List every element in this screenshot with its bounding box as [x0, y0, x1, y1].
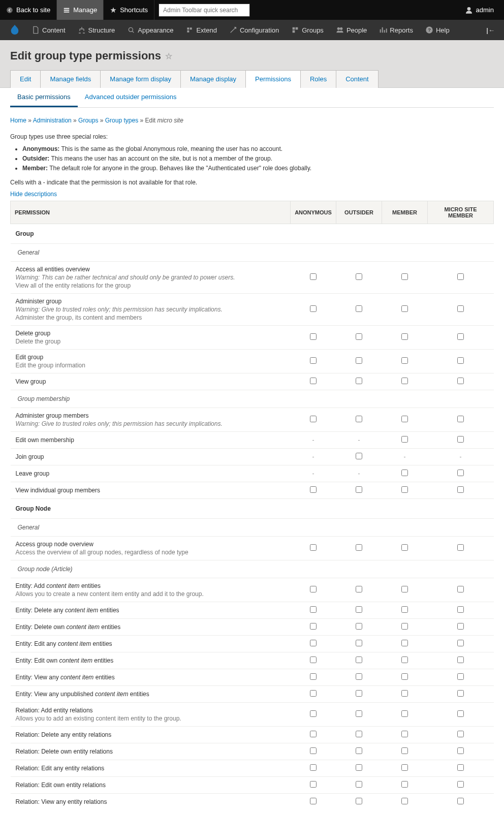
permission-checkbox[interactable]: [310, 333, 317, 340]
permission-checkbox[interactable]: [401, 747, 408, 754]
permission-checkbox[interactable]: [457, 486, 464, 493]
permission-checkbox[interactable]: [310, 747, 317, 754]
permission-checkbox[interactable]: [457, 378, 464, 384]
permission-checkbox[interactable]: [310, 486, 317, 493]
permission-checkbox[interactable]: [356, 486, 362, 493]
home-link[interactable]: [4, 24, 25, 37]
permission-checkbox[interactable]: [457, 305, 464, 312]
tab-manage-fields[interactable]: Manage fields: [40, 70, 101, 88]
permission-checkbox[interactable]: [457, 781, 464, 788]
permission-checkbox[interactable]: [401, 333, 408, 340]
permission-checkbox[interactable]: [401, 656, 408, 663]
permission-checkbox[interactable]: [401, 798, 408, 804]
permission-checkbox[interactable]: [457, 273, 464, 280]
permission-checkbox[interactable]: [310, 731, 317, 737]
manage-button[interactable]: Manage: [57, 0, 104, 20]
permission-checkbox[interactable]: [310, 690, 317, 697]
permission-checkbox[interactable]: [356, 544, 362, 551]
permission-checkbox[interactable]: [457, 470, 464, 476]
permission-checkbox[interactable]: [356, 747, 362, 754]
permission-checkbox[interactable]: [356, 378, 362, 384]
permission-checkbox[interactable]: [401, 586, 408, 592]
permission-checkbox[interactable]: [401, 690, 408, 697]
admin-menu-people[interactable]: People: [330, 20, 373, 40]
tab-content[interactable]: Content: [336, 70, 379, 88]
collapse-tray-icon[interactable]: |←: [486, 26, 500, 34]
breadcrumb-link[interactable]: Groups: [78, 117, 98, 124]
permission-checkbox[interactable]: [457, 586, 464, 592]
permission-checkbox[interactable]: [310, 378, 317, 384]
permission-checkbox[interactable]: [457, 640, 464, 646]
user-menu[interactable]: admin: [465, 6, 504, 14]
permission-checkbox[interactable]: [310, 798, 317, 804]
permission-checkbox[interactable]: [310, 781, 317, 788]
permission-checkbox[interactable]: [401, 416, 408, 422]
hide-descriptions-link[interactable]: Hide descriptions: [10, 191, 57, 198]
permission-checkbox[interactable]: [401, 640, 408, 646]
permission-checkbox[interactable]: [457, 798, 464, 804]
permission-checkbox[interactable]: [401, 731, 408, 737]
subtab-advanced-outsider-permissions[interactable]: Advanced outsider permissions: [78, 88, 184, 107]
permission-checkbox[interactable]: [356, 453, 362, 459]
permission-checkbox[interactable]: [401, 606, 408, 613]
breadcrumb-link[interactable]: Administration: [33, 117, 72, 124]
permission-checkbox[interactable]: [310, 416, 317, 422]
permission-checkbox[interactable]: [457, 544, 464, 551]
permission-checkbox[interactable]: [457, 710, 464, 717]
permission-checkbox[interactable]: [401, 544, 408, 551]
permission-checkbox[interactable]: [356, 690, 362, 697]
shortcuts-button[interactable]: Shortcuts: [104, 0, 154, 20]
permission-checkbox[interactable]: [310, 305, 317, 312]
permission-checkbox[interactable]: [310, 623, 317, 630]
permission-checkbox[interactable]: [356, 606, 362, 613]
permission-checkbox[interactable]: [310, 357, 317, 364]
permission-checkbox[interactable]: [310, 606, 317, 613]
admin-menu-structure[interactable]: Structure: [72, 20, 121, 40]
permission-checkbox[interactable]: [401, 764, 408, 771]
permission-checkbox[interactable]: [401, 673, 408, 680]
permission-checkbox[interactable]: [356, 416, 362, 422]
permission-checkbox[interactable]: [356, 731, 362, 737]
admin-menu-appearance[interactable]: Appearance: [121, 20, 179, 40]
admin-menu-configuration[interactable]: Configuration: [223, 20, 285, 40]
back-to-site-button[interactable]: Back to site: [0, 0, 57, 20]
permission-checkbox[interactable]: [356, 586, 362, 592]
admin-menu-groups[interactable]: Groups: [285, 20, 330, 40]
tab-permissions[interactable]: Permissions: [245, 70, 301, 88]
admin-menu-reports[interactable]: Reports: [373, 20, 419, 40]
breadcrumb-link[interactable]: Home: [10, 117, 26, 124]
permission-checkbox[interactable]: [457, 690, 464, 697]
permission-checkbox[interactable]: [356, 798, 362, 804]
permission-checkbox[interactable]: [310, 586, 317, 592]
permission-checkbox[interactable]: [401, 486, 408, 493]
permission-checkbox[interactable]: [310, 640, 317, 646]
permission-checkbox[interactable]: [356, 623, 362, 630]
permission-checkbox[interactable]: [401, 470, 408, 476]
permission-checkbox[interactable]: [356, 656, 362, 663]
permission-checkbox[interactable]: [356, 273, 362, 280]
permission-checkbox[interactable]: [457, 673, 464, 680]
permission-checkbox[interactable]: [356, 333, 362, 340]
permission-checkbox[interactable]: [356, 764, 362, 771]
permission-checkbox[interactable]: [401, 273, 408, 280]
permission-checkbox[interactable]: [457, 623, 464, 630]
subtab-basic-permissions[interactable]: Basic permissions: [10, 88, 78, 107]
permission-checkbox[interactable]: [457, 731, 464, 737]
permission-checkbox[interactable]: [310, 656, 317, 663]
permission-checkbox[interactable]: [356, 640, 362, 646]
permission-checkbox[interactable]: [457, 656, 464, 663]
permission-checkbox[interactable]: [310, 673, 317, 680]
permission-checkbox[interactable]: [310, 710, 317, 717]
tab-manage-display[interactable]: Manage display: [180, 70, 246, 88]
permission-checkbox[interactable]: [401, 781, 408, 788]
permission-checkbox[interactable]: [356, 673, 362, 680]
permission-checkbox[interactable]: [457, 333, 464, 340]
permission-checkbox[interactable]: [401, 378, 408, 384]
permission-checkbox[interactable]: [401, 623, 408, 630]
permission-checkbox[interactable]: [457, 764, 464, 771]
tab-roles[interactable]: Roles: [300, 70, 336, 88]
permission-checkbox[interactable]: [310, 764, 317, 771]
permission-checkbox[interactable]: [356, 710, 362, 717]
permission-checkbox[interactable]: [457, 747, 464, 754]
breadcrumb-link[interactable]: Group types: [105, 117, 138, 124]
